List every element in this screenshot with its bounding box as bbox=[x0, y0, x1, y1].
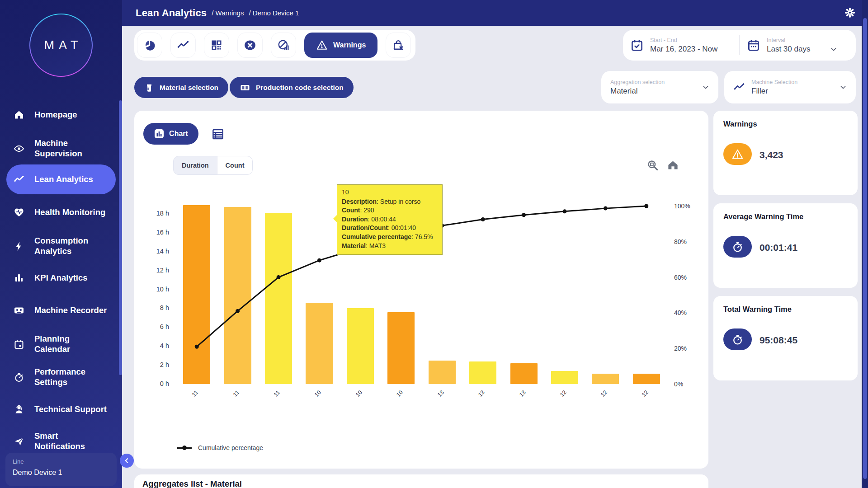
sidebar-scrollbar[interactable] bbox=[119, 100, 122, 375]
sidebar-item-smart-notifications[interactable]: Smart Notifications bbox=[0, 427, 122, 456]
interval-selector[interactable]: Interval Last 30 days bbox=[740, 37, 856, 54]
chart-restore-home-icon[interactable] bbox=[667, 159, 679, 171]
breadcrumb-warnings[interactable]: / Warnings bbox=[212, 9, 244, 17]
aggregation-label: Aggregation selection bbox=[610, 79, 665, 85]
chart-zoom-tool-icon[interactable] bbox=[646, 159, 659, 171]
tooltip-title: 10 bbox=[342, 188, 438, 197]
x-axis-label: 12 bbox=[559, 389, 568, 398]
settings-gear-icon[interactable] bbox=[844, 6, 856, 19]
sidebar-item-kpi-analytics[interactable]: KPI Analytics bbox=[0, 268, 122, 288]
tooltip-row: Duration: 08:00:44 bbox=[342, 215, 438, 224]
line-label: Line bbox=[13, 458, 109, 465]
support-agent-icon bbox=[14, 404, 24, 415]
tooltip-row: Cumulative percentage: 76.5% bbox=[342, 233, 438, 242]
pie-chart-icon bbox=[143, 39, 156, 52]
machine-label: Machine Selection bbox=[751, 79, 797, 85]
duration-axis-tick: 12 h bbox=[141, 267, 169, 274]
sidebar-item-lean-analytics[interactable]: Lean Analytics bbox=[0, 164, 122, 194]
chart-legend[interactable]: Cumulative percentage bbox=[177, 444, 263, 451]
start-end-selector[interactable]: Start - End Mar 16, 2023 - Now bbox=[623, 37, 739, 54]
duration-tab[interactable]: Duration bbox=[173, 156, 217, 175]
warnings-stat-card: Warnings 3,423 bbox=[713, 111, 858, 195]
sidebar-item-planning-calendar[interactable]: Planning Calendar bbox=[0, 329, 122, 359]
calendar-check-icon bbox=[630, 38, 644, 52]
stops-tool-button[interactable] bbox=[237, 33, 263, 58]
qr-grid-icon bbox=[210, 39, 223, 52]
aggregation-selection-dropdown[interactable]: Aggregation selection Material bbox=[601, 71, 718, 103]
mat-logo: MAT bbox=[29, 14, 93, 77]
home-icon bbox=[14, 109, 24, 120]
percentage-axis-tick: 0% bbox=[674, 380, 697, 388]
interval-value: Last 30 days bbox=[767, 45, 810, 54]
bag-x-icon bbox=[392, 39, 405, 52]
average-warning-time-value: 00:01:41 bbox=[760, 242, 797, 253]
page-scrollbar-thumb[interactable] bbox=[863, 18, 867, 479]
performance-gauge-tool-button[interactable] bbox=[271, 33, 296, 58]
chevron-left-icon bbox=[124, 458, 130, 464]
lost-production-tool-button[interactable] bbox=[386, 33, 411, 58]
x-circle-icon bbox=[244, 39, 256, 52]
tooltip-row: Duration/Count: 00:01:40 bbox=[342, 224, 438, 233]
pie-chart-tool-button[interactable] bbox=[137, 33, 162, 58]
total-warning-time-title: Total Warning Time bbox=[723, 305, 792, 314]
metric-toggle: Duration Count bbox=[173, 156, 253, 175]
percentage-axis-tick: 60% bbox=[674, 274, 697, 281]
average-warning-time-title: Average Warning Time bbox=[723, 212, 803, 221]
tooltip-row: Count: 290 bbox=[342, 206, 438, 215]
total-warning-time-card: Total Warning Time 95:08:45 bbox=[713, 296, 858, 380]
x-axis-label: 11 bbox=[191, 389, 199, 398]
duration-axis-tick: 10 h bbox=[141, 286, 169, 293]
bolt-icon bbox=[14, 241, 24, 252]
legend-label: Cumulative percentage bbox=[198, 444, 263, 451]
sidebar-collapse-button[interactable] bbox=[120, 454, 134, 468]
percentage-axis-tick: 80% bbox=[674, 238, 697, 245]
sidebar-item-technical-support[interactable]: Technical Support bbox=[0, 399, 122, 419]
x-axis-label: 12 bbox=[599, 389, 609, 398]
count-tab[interactable]: Count bbox=[217, 156, 253, 175]
x-axis-label: 13 bbox=[518, 389, 527, 398]
duration-axis-tick: 6 h bbox=[141, 323, 169, 330]
pareto-chart-card: Chart Duration Count 1111111010101313131… bbox=[134, 111, 708, 469]
analytics-toolbar: Warnings bbox=[134, 30, 415, 61]
material-selection-button[interactable]: Material selection bbox=[134, 77, 228, 98]
warnings-tab-button[interactable]: Warnings bbox=[304, 33, 377, 58]
production-code-selection-label: Production code selection bbox=[256, 84, 344, 92]
chart-view-button[interactable]: Chart bbox=[143, 123, 198, 145]
trend-tool-button[interactable] bbox=[170, 33, 196, 58]
chevron-down-icon bbox=[840, 84, 847, 91]
trend-line-icon bbox=[14, 174, 24, 185]
percentage-axis-tick: 20% bbox=[674, 345, 697, 352]
x-axis-label: 12 bbox=[641, 389, 650, 398]
sidebar-item-health-monitoring[interactable]: Health Monitoring bbox=[0, 202, 122, 222]
breadcrumb-device[interactable]: / Demo Device 1 bbox=[249, 9, 299, 17]
sidebar-item-homepage[interactable]: Homepage bbox=[0, 105, 122, 125]
sidebar-item-performance-settings[interactable]: Performance Settings bbox=[0, 362, 122, 392]
machine-selection-dropdown[interactable]: Machine Selection Filler bbox=[724, 71, 856, 103]
device-panel[interactable]: Line Demo Device 1 bbox=[5, 453, 117, 486]
production-grid-tool-button[interactable] bbox=[204, 33, 229, 58]
duration-axis-tick: 8 h bbox=[141, 304, 169, 311]
table-view-button[interactable] bbox=[211, 127, 225, 141]
stopwatch-badge-icon bbox=[723, 328, 752, 350]
production-code-selection-button[interactable]: Production code selection bbox=[230, 77, 354, 98]
sidebar: MAT Homepage Machine Supervision bbox=[0, 0, 122, 488]
gauge-icon bbox=[277, 39, 290, 52]
duration-axis-tick: 18 h bbox=[141, 210, 169, 217]
x-axis-label: 10 bbox=[395, 389, 404, 398]
material-jar-icon bbox=[144, 83, 154, 93]
warnings-count-value: 3,423 bbox=[760, 150, 783, 160]
x-axis-label: 10 bbox=[314, 389, 323, 398]
percentage-axis-tick: 100% bbox=[674, 202, 697, 210]
warnings-card-title: Warnings bbox=[723, 120, 757, 128]
tooltip-row: Material: MAT3 bbox=[342, 242, 438, 251]
sidebar-item-machine-recorder[interactable]: Machine Recorder bbox=[0, 300, 122, 320]
duration-axis-tick: 16 h bbox=[141, 229, 169, 236]
line-legend-marker bbox=[177, 447, 192, 449]
sidebar-item-machine-supervision[interactable]: Machine Supervision bbox=[0, 134, 122, 164]
percentage-axis-tick: 40% bbox=[674, 309, 697, 316]
calendar-icon bbox=[14, 339, 24, 350]
breadcrumb: Lean Analytics / Warnings / Demo Device … bbox=[136, 0, 299, 26]
warnings-tab-label: Warnings bbox=[333, 41, 366, 49]
sidebar-item-consumption-analytics[interactable]: Consumption Analytics bbox=[0, 231, 122, 261]
total-warning-time-value: 95:08:45 bbox=[760, 335, 797, 346]
